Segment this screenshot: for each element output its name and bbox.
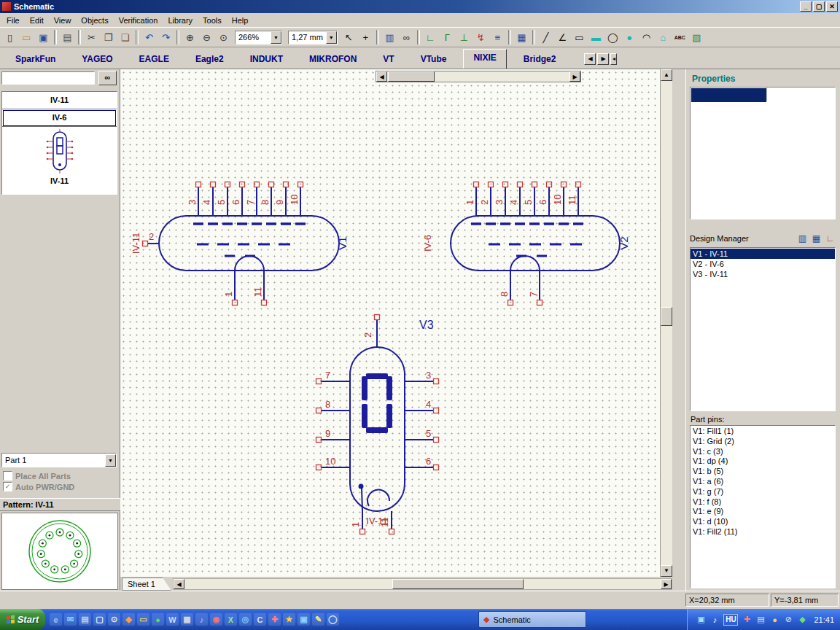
quicklaunch-grid-app-icon[interactable]: ▦	[181, 613, 193, 626]
menu-file[interactable]: File	[1, 15, 25, 26]
zoom-out-button[interactable]: ⊖	[198, 29, 215, 45]
quicklaunch-word-icon[interactable]: W	[166, 613, 179, 626]
tray-display-icon[interactable]: ▤	[755, 614, 766, 626]
auto-pwr-gnd-checkbox[interactable]: ✓	[3, 482, 12, 491]
library-tab-eagle[interactable]: EAGLE	[130, 51, 179, 69]
dm-components-icon[interactable]: ▥	[796, 233, 809, 244]
quicklaunch-console-icon[interactable]: C	[254, 613, 266, 626]
select-tool-button[interactable]: ↖	[341, 29, 357, 45]
start-button[interactable]: Start	[0, 609, 45, 630]
draw-ellipse-button[interactable]: ◯	[604, 29, 621, 45]
crosshair-tool-button[interactable]: +	[357, 29, 374, 45]
symbol-V2[interactable]: 123456101187IV-6V2	[422, 182, 630, 306]
undo-button[interactable]: ↶	[141, 29, 158, 45]
part-pin-item-1[interactable]: V1: Fill1 (1)	[691, 427, 835, 437]
part-pin-item-3[interactable]: V1: c (3)	[691, 447, 835, 457]
quicklaunch-search-icon[interactable]: ⊙	[108, 613, 120, 626]
component-item-iv-6[interactable]: IV-6	[2, 109, 117, 127]
new-document-button[interactable]: ▯	[1, 29, 18, 45]
library-tab-mikrofon[interactable]: MIKROFON	[300, 51, 366, 69]
paste-button[interactable]: ❏	[117, 29, 133, 45]
design-manager-item-3[interactable]: V3 - IV-11	[691, 269, 835, 279]
scrollbar-thumb[interactable]	[388, 71, 435, 82]
quicklaunch-globe-icon[interactable]: ◎	[239, 613, 252, 626]
draw-arc-button[interactable]: ◠	[638, 29, 655, 45]
library-tab-bridge2[interactable]: Bridge2	[514, 51, 566, 69]
search-button[interactable]: ∞	[98, 71, 117, 85]
language-indicator[interactable]: HU	[723, 614, 738, 626]
quicklaunch-mail-icon[interactable]: ✉	[64, 613, 77, 626]
part-combo-dropdown[interactable]: ▼	[105, 454, 116, 467]
quicklaunch-internet-icon[interactable]: e	[50, 613, 62, 626]
quicklaunch-notes-icon[interactable]: ✎	[312, 613, 324, 626]
quicklaunch-cd-icon[interactable]: ◯	[327, 613, 339, 626]
tabs-more-button[interactable]: ◂	[610, 53, 617, 65]
scroll-right-button[interactable]: ▶	[569, 71, 580, 82]
zoom-dropdown-button[interactable]: ▼	[271, 31, 281, 44]
tray-sync-icon[interactable]: ◆	[796, 614, 808, 626]
scroll-left-button[interactable]: ◀	[174, 579, 184, 589]
part-pin-item-10[interactable]: V1: d (10)	[691, 517, 835, 527]
library-tab-eagle2[interactable]: Eagle2	[186, 51, 233, 69]
close-button[interactable]: ✕	[826, 1, 838, 12]
text-tool-button[interactable]: ABC	[672, 29, 688, 45]
cut-button[interactable]: ✂	[83, 29, 100, 45]
component-search-input[interactable]	[1, 71, 95, 85]
image-tool-button[interactable]: ▧	[688, 29, 705, 45]
canvas-horizontal-scrollbar[interactable]: ◀ ▶	[173, 578, 672, 590]
part-pin-item-4[interactable]: V1: dp (4)	[691, 456, 835, 467]
tray-antivirus-icon[interactable]: ✚	[741, 614, 752, 626]
sheet-tab[interactable]: Sheet 1	[122, 578, 171, 591]
zoom-combo[interactable]: 266% ▼	[235, 31, 282, 44]
quicklaunch-show-desktop-icon[interactable]: ▤	[79, 613, 91, 626]
minimize-button[interactable]: _	[800, 1, 812, 12]
scroll-right-button[interactable]: ▶	[661, 579, 672, 589]
quicklaunch-music-icon[interactable]: ♪	[195, 613, 208, 626]
tray-volume-icon[interactable]: ♪	[709, 614, 720, 626]
quicklaunch-media-player-icon[interactable]: ◆	[122, 613, 135, 626]
tabs-scroll-left-button[interactable]: ◀	[584, 53, 596, 65]
menu-objects[interactable]: Objects	[76, 15, 113, 26]
tray-network-icon[interactable]: ▣	[695, 614, 707, 626]
place-net-button[interactable]: ≡	[489, 29, 506, 45]
canvas-top-scrollbar[interactable]: ◀ ▶	[376, 71, 581, 82]
zoom-in-button[interactable]: ⊕	[182, 29, 198, 45]
zoom-window-button[interactable]: ⊙	[215, 29, 232, 45]
menu-view[interactable]: View	[49, 15, 77, 26]
dm-table-icon[interactable]: ▦	[810, 233, 822, 244]
part-pin-item-11[interactable]: V1: Fill2 (11)	[691, 527, 835, 537]
part-pin-item-7[interactable]: V1: g (7)	[691, 487, 835, 497]
schematic-canvas[interactable]: 3456789102111IV-11V1123456101187IV-6V227…	[120, 69, 685, 591]
redo-button[interactable]: ↷	[158, 29, 174, 45]
component-item-iv-11[interactable]: IV-11	[2, 92, 117, 109]
place-all-parts-checkbox[interactable]	[3, 471, 12, 481]
quicklaunch-excel-icon[interactable]: X	[225, 613, 237, 626]
tray-blocked-icon[interactable]: ⊘	[782, 614, 794, 626]
draw-rect-button[interactable]: ▭	[571, 29, 588, 45]
menu-verification[interactable]: Verification	[114, 15, 163, 26]
part-pin-item-6[interactable]: V1: a (6)	[691, 477, 835, 487]
draw-filled-ellipse-button[interactable]: ●	[621, 29, 638, 45]
quicklaunch-media-red-icon[interactable]: ◉	[210, 613, 222, 626]
design-manager-item-1[interactable]: V1 - IV-11	[691, 249, 835, 259]
tabs-scroll-right-button[interactable]: ▶	[597, 53, 609, 65]
quicklaunch-messenger-icon[interactable]: ●	[152, 613, 164, 626]
grid-combo[interactable]: 1,27 mm ▼	[288, 31, 338, 44]
grid-dropdown-button[interactable]: ▼	[326, 31, 337, 44]
quicklaunch-chart-icon[interactable]: ▣	[298, 613, 310, 626]
copy-button[interactable]: ❐	[100, 29, 117, 45]
scroll-down-button[interactable]: ▼	[661, 565, 672, 577]
symbol-V1[interactable]: 3456789102111IV-11V1	[131, 182, 349, 306]
print-button[interactable]: ▤	[59, 29, 76, 45]
menu-help[interactable]: Help	[227, 15, 254, 26]
symbol-V3[interactable]: 2789103456111IV-11V3	[316, 315, 439, 534]
bus-connection-button[interactable]: ⊥	[456, 29, 472, 45]
part-pin-item-5[interactable]: V1: b (5)	[691, 467, 835, 477]
library-tab-nixie[interactable]: NIXIE	[463, 49, 506, 69]
save-button[interactable]: ▣	[35, 29, 52, 45]
library-tab-sparkfun[interactable]: SparkFun	[6, 51, 65, 69]
library-tab-vt[interactable]: VT	[373, 51, 403, 69]
dm-nets-icon[interactable]: ∟	[824, 233, 836, 244]
design-manager-item-2[interactable]: V2 - IV-6	[691, 259, 835, 269]
canvas-vertical-scrollbar[interactable]: ▲ ▼	[661, 69, 672, 577]
